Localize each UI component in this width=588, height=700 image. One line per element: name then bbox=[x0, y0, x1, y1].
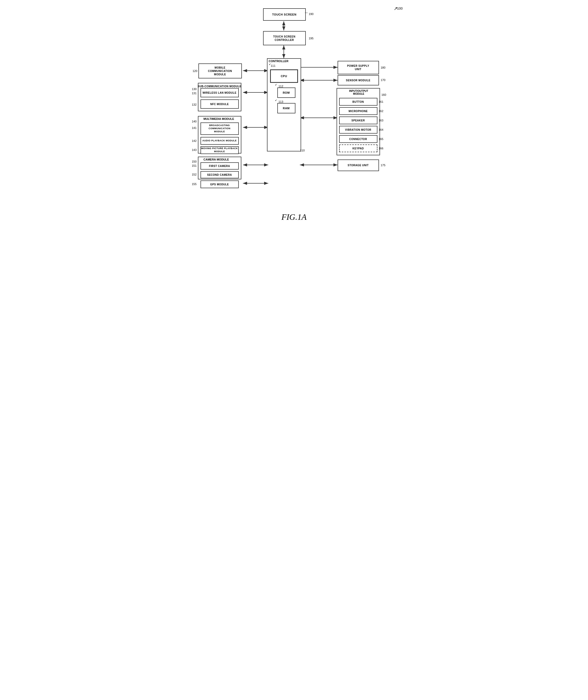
touch-screen-box: TOUCH SCREEN bbox=[263, 8, 306, 21]
camera-label: CAMERA MODULE bbox=[204, 158, 229, 161]
ref-broadcasting: 141 bbox=[192, 126, 197, 129]
broadcasting-box: BROADCASTING COMMUNICATION MODULE bbox=[200, 122, 239, 135]
storage-box: STORAGE UNIT bbox=[338, 159, 379, 171]
ref-second-camera: 152 bbox=[192, 173, 197, 176]
nfc-box: NFC MODULE bbox=[200, 99, 239, 109]
ref-button: 161 bbox=[379, 100, 383, 103]
ref-first-camera: 151 bbox=[192, 164, 197, 167]
ram-box: RAM bbox=[277, 103, 295, 113]
audio-box: AUDIO PLAYBACK MODULE bbox=[200, 137, 239, 145]
multimedia-label: MULTIMEDIA MODULE bbox=[204, 117, 234, 120]
fig-label: FIG.1A bbox=[178, 212, 411, 222]
mobile-comm-box: MOBILE COMMUNICATION MODULE bbox=[198, 63, 242, 78]
page-container: 100 ↗ bbox=[178, 5, 411, 222]
touch-screen-controller-box: TOUCH SCREEN CONTROLLER bbox=[263, 31, 306, 45]
ref-mobile: 120 bbox=[193, 69, 197, 72]
gps-box: GPS MODULE bbox=[200, 180, 239, 188]
ref-tsc: 195 bbox=[309, 37, 314, 40]
sub-comm-label: SUB-COMMUNICATION MODULE bbox=[198, 85, 241, 88]
diagram-wrapper: TOUCH SCREEN 190 — TOUCH SCREEN CONTROLL… bbox=[183, 5, 405, 207]
ref-keypad: 166 bbox=[379, 147, 383, 150]
ref-power: 180 bbox=[381, 66, 385, 69]
microphone-box: MICROPHONE bbox=[339, 107, 377, 115]
ref-vibration: 164 bbox=[379, 128, 383, 131]
io-label: INPUT/OUTPUTMODULE bbox=[338, 90, 379, 95]
second-camera-box: SECOND CAMERA bbox=[200, 171, 239, 178]
controller-label: CONTROLLER bbox=[269, 60, 288, 63]
ref-subcomm: 130 bbox=[192, 87, 197, 91]
ref-controller: 110 bbox=[300, 149, 305, 152]
button-box: BUTTON bbox=[339, 98, 377, 106]
connector-box: CONNECTOR bbox=[339, 135, 377, 143]
cpu-box: CPU bbox=[270, 69, 298, 83]
vibration-box: VIBRATION MOTOR bbox=[339, 126, 377, 134]
speaker-box: SPEAKER bbox=[339, 116, 377, 124]
ref-controller-inner: 111 bbox=[271, 64, 276, 67]
ref-io: 160 bbox=[382, 93, 386, 96]
ref-storage: 175 bbox=[381, 164, 385, 167]
ref-nfc: 132 bbox=[192, 103, 197, 106]
ref-multimedia: 140 bbox=[192, 120, 197, 123]
ref-rom: 112 bbox=[279, 85, 283, 88]
ref-audio: 142 bbox=[192, 139, 197, 142]
wireless-lan-box: WIRELESS LAN MODULE bbox=[200, 88, 239, 97]
ref-gps: 155 bbox=[192, 182, 197, 186]
ref-sensor: 170 bbox=[381, 78, 385, 82]
ref-camera: 150 bbox=[192, 160, 197, 163]
ref-moving: 143 bbox=[192, 148, 197, 151]
rom-box: ROM bbox=[277, 87, 295, 98]
first-camera-box: FIRST CAMERA bbox=[200, 162, 239, 169]
ref-connector: 165 bbox=[379, 137, 383, 141]
ref-speaker: 163 bbox=[379, 119, 383, 122]
ref-wlan: 131 bbox=[192, 92, 197, 95]
power-supply-box: POWER SUPPLY UNIT bbox=[338, 61, 379, 74]
moving-picture-box: MOVING PICTURE PLAYBACK MODULE bbox=[200, 146, 239, 154]
ref-touch-screen: 190 bbox=[309, 12, 314, 16]
ref-ram: 113 bbox=[279, 100, 283, 103]
sensor-box: SENSOR MODULE bbox=[338, 75, 379, 85]
ref-mic: 162 bbox=[379, 109, 383, 113]
keypad-box: KEYPAD bbox=[339, 144, 377, 152]
